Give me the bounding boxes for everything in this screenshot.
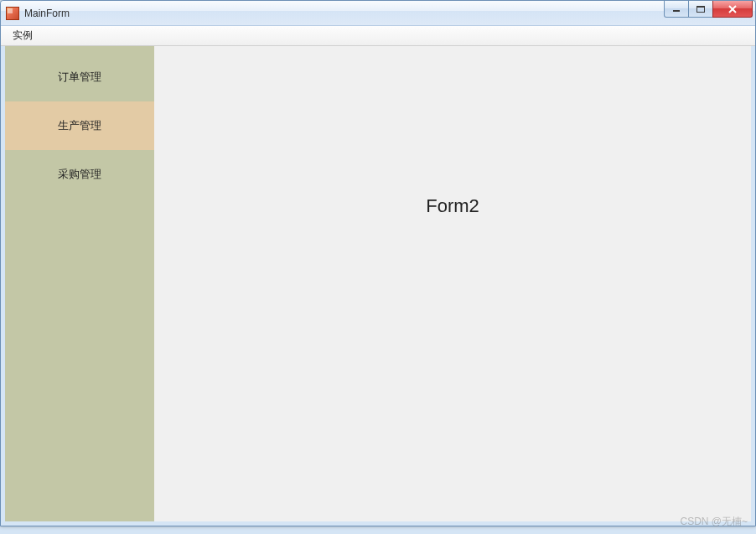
minimize-icon: [672, 6, 681, 13]
svg-rect-0: [673, 10, 680, 12]
app-icon: [6, 7, 19, 20]
close-icon: [728, 5, 738, 13]
sidebar: 订单管理 生产管理 采购管理: [5, 46, 154, 521]
window-title: MainForm: [24, 8, 665, 19]
sidebar-item-orders[interactable]: 订单管理: [5, 53, 154, 101]
sidebar-item-purchase[interactable]: 采购管理: [5, 150, 154, 199]
main-window: MainForm 实例 订单管理 生产管理: [0, 0, 756, 526]
client-area: 订单管理 生产管理 采购管理 Form2: [1, 46, 755, 526]
sidebar-item-label: 采购管理: [58, 167, 101, 182]
titlebar[interactable]: MainForm: [1, 1, 755, 26]
menu-item-instance[interactable]: 实例: [6, 27, 39, 44]
sidebar-item-label: 订单管理: [58, 70, 101, 85]
maximize-button[interactable]: [688, 1, 713, 18]
menubar: 实例: [1, 26, 755, 46]
content-area: Form2: [154, 46, 751, 521]
sidebar-item-production[interactable]: 生产管理: [5, 101, 154, 150]
svg-rect-2: [696, 6, 705, 8]
minimize-button[interactable]: [664, 1, 689, 18]
close-button[interactable]: [712, 1, 753, 18]
sidebar-item-label: 生产管理: [58, 118, 101, 133]
window-controls: [665, 1, 755, 25]
maximize-icon: [696, 6, 705, 13]
content-heading: Form2: [426, 195, 479, 217]
